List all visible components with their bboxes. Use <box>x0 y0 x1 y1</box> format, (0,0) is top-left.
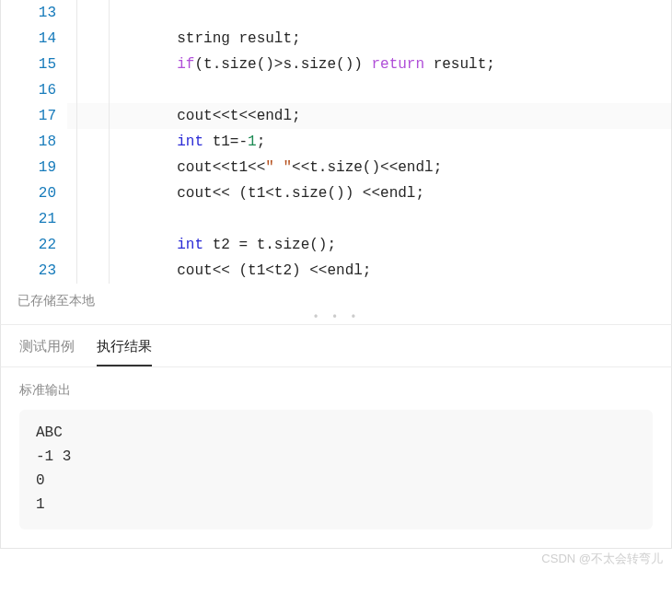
code-line[interactable]: cout<<t<<endl; <box>67 103 671 129</box>
line-number: 14 <box>1 26 56 52</box>
stdout-line: -1 3 <box>36 445 636 469</box>
watermark: CSDN @不太会转弯儿 <box>0 549 672 571</box>
indent-guide <box>76 0 77 284</box>
code-line[interactable]: cout<< (t1<t2) <<endl; <box>67 258 671 284</box>
token: ; <box>257 134 266 150</box>
indent-guide <box>109 0 110 284</box>
token: string result; <box>71 30 301 47</box>
token <box>71 134 177 150</box>
line-number: 17 <box>1 103 56 129</box>
tab-result[interactable]: 执行结果 <box>97 338 152 366</box>
token: cout<< (t1<t.size()) <<endl; <box>71 185 424 202</box>
tab-testcase[interactable]: 测试用例 <box>19 338 75 366</box>
code-line[interactable]: int t1=-1; <box>67 129 671 155</box>
token: int <box>177 134 203 150</box>
result-tabs: 测试用例 执行结果 <box>0 324 672 367</box>
save-status: 已存储至本地 <box>0 284 672 315</box>
line-number: 23 <box>1 258 56 284</box>
line-number: 20 <box>1 180 56 206</box>
token: " " <box>265 159 292 176</box>
line-number: 19 <box>1 155 56 180</box>
stdout-label: 标准输出 <box>19 382 653 399</box>
code-line[interactable]: string result; <box>67 26 671 52</box>
token: return <box>371 56 424 73</box>
output-panel: 标准输出 ABC-1 301 <box>0 367 672 549</box>
token: cout<<t<<endl; <box>71 108 301 124</box>
line-number: 22 <box>1 232 56 258</box>
token <box>71 237 177 253</box>
code-line[interactable]: cout<<t1<<" "<<t.size()<<endl; <box>67 155 671 180</box>
line-number: 18 <box>1 129 56 155</box>
token: cout<< (t1<t2) <<endl; <box>71 262 371 279</box>
code-line[interactable]: int t2 = t.size(); <box>67 232 671 258</box>
token: t2 = t.size(); <box>203 237 336 253</box>
line-number-gutter: 1314151617181920212223 <box>1 0 67 284</box>
stdout-line: 0 <box>36 469 636 493</box>
code-area[interactable]: string result; if(t.size()>s.size()) ret… <box>67 0 671 284</box>
code-line[interactable] <box>67 77 671 103</box>
code-line[interactable]: if(t.size()>s.size()) return result; <box>67 52 671 77</box>
token: t1=- <box>203 134 248 150</box>
code-editor[interactable]: 1314151617181920212223 string result; if… <box>0 0 672 284</box>
token: <<t.size()<<endl; <box>292 159 442 176</box>
token: result; <box>424 56 495 73</box>
token: (t.size()>s.size()) <box>194 56 371 73</box>
line-number: 13 <box>1 0 56 26</box>
token: 1 <box>248 134 257 150</box>
line-number: 16 <box>1 77 56 103</box>
token: cout<<t1<< <box>71 159 265 176</box>
token <box>71 56 177 73</box>
code-line[interactable]: cout<< (t1<t.size()) <<endl; <box>67 180 671 206</box>
stdout-line: ABC <box>36 421 636 445</box>
stdout-box: ABC-1 301 <box>19 410 653 529</box>
line-number: 21 <box>1 206 56 232</box>
token: int <box>177 237 203 253</box>
panel-resize-handle[interactable]: • • • <box>0 315 672 324</box>
token: if <box>177 56 194 73</box>
code-line[interactable] <box>67 0 671 26</box>
code-line[interactable] <box>67 206 671 232</box>
stdout-line: 1 <box>36 493 636 517</box>
line-number: 15 <box>1 52 56 77</box>
